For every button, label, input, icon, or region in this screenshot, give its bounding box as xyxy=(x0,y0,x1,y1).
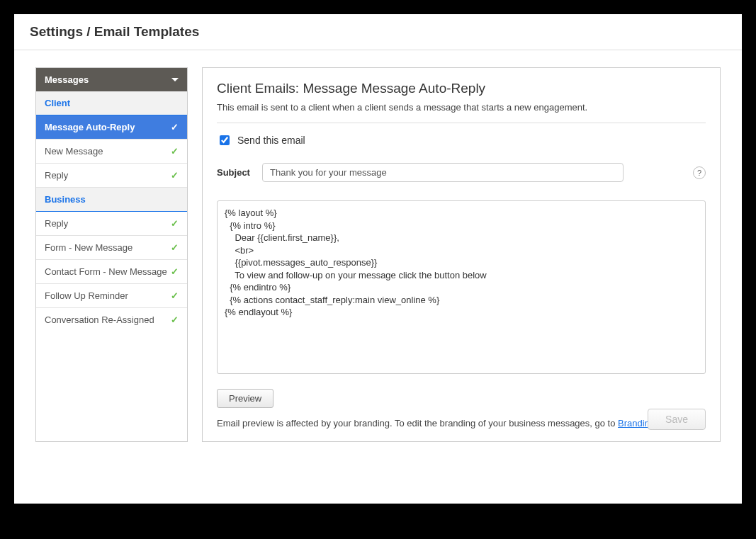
sidebar-item-label: New Message xyxy=(45,146,103,157)
save-button[interactable]: Save xyxy=(648,409,706,430)
divider xyxy=(217,123,706,123)
check-icon: ✓ xyxy=(171,242,179,253)
preview-note-text: Email preview is affected by your brandi… xyxy=(217,418,618,429)
preview-note: Email preview is affected by your brandi… xyxy=(217,418,706,429)
sidebar-item-label: Reply xyxy=(45,218,68,229)
check-icon: ✓ xyxy=(171,170,179,181)
sidebar-item-new-message[interactable]: New Message ✓ xyxy=(36,140,187,164)
page-body: Messages Client Message Auto-Reply ✓ New… xyxy=(14,50,742,504)
send-email-row: Send this email xyxy=(217,133,706,147)
app-frame: Settings / Email Templates Messages Clie… xyxy=(0,0,756,539)
send-email-checkbox[interactable] xyxy=(220,135,230,145)
sidebar-item-reply-client[interactable]: Reply ✓ xyxy=(36,164,187,188)
email-body-textarea[interactable] xyxy=(217,200,706,374)
preview-button[interactable]: Preview xyxy=(217,389,273,408)
main-panel: Client Emails: Message Message Auto-Repl… xyxy=(202,67,721,442)
sidebar-section-business[interactable]: Business xyxy=(36,188,187,212)
sidebar-item-label: Form - New Message xyxy=(45,242,132,253)
sidebar-item-label: Contact Form - New Message xyxy=(45,266,167,277)
main-heading: Client Emails: Message Message Auto-Repl… xyxy=(217,81,706,96)
check-icon: ✓ xyxy=(171,290,179,301)
check-icon: ✓ xyxy=(171,314,179,325)
sidebar-item-label: Conversation Re-Assigned xyxy=(45,314,154,325)
page-title: Settings / Email Templates xyxy=(30,24,726,40)
sidebar-title: Messages xyxy=(45,74,89,85)
page-header: Settings / Email Templates xyxy=(14,14,742,50)
subject-row: Subject ? xyxy=(217,163,706,182)
send-email-label: Send this email xyxy=(237,135,305,146)
subject-label: Subject xyxy=(217,167,252,178)
sidebar-item-conversation-reassigned[interactable]: Conversation Re-Assigned ✓ xyxy=(36,308,187,331)
help-icon[interactable]: ? xyxy=(693,166,706,179)
sidebar-item-label: Message Auto-Reply xyxy=(45,122,135,132)
sidebar-item-message-auto-reply[interactable]: Message Auto-Reply ✓ xyxy=(36,115,187,140)
sidebar: Messages Client Message Auto-Reply ✓ New… xyxy=(35,67,188,442)
sidebar-item-form-new-message[interactable]: Form - New Message ✓ xyxy=(36,236,187,260)
sidebar-item-follow-up-reminder[interactable]: Follow Up Reminder ✓ xyxy=(36,284,187,308)
sidebar-header[interactable]: Messages xyxy=(36,68,187,91)
sidebar-item-contact-form-new-message[interactable]: Contact Form - New Message ✓ xyxy=(36,260,187,284)
sidebar-item-label: Reply xyxy=(45,170,68,181)
caret-down-icon xyxy=(171,78,179,81)
sidebar-item-reply-business[interactable]: Reply ✓ xyxy=(36,212,187,236)
check-icon: ✓ xyxy=(171,266,179,277)
sidebar-item-label: Follow Up Reminder xyxy=(45,290,128,301)
layout: Messages Client Message Auto-Reply ✓ New… xyxy=(35,67,721,442)
subject-input[interactable] xyxy=(262,163,624,182)
check-icon: ✓ xyxy=(171,218,179,229)
check-icon: ✓ xyxy=(171,146,179,157)
main-description: This email is sent to a client when a cl… xyxy=(217,102,706,113)
sidebar-section-client[interactable]: Client xyxy=(36,91,187,115)
check-icon: ✓ xyxy=(171,122,179,132)
